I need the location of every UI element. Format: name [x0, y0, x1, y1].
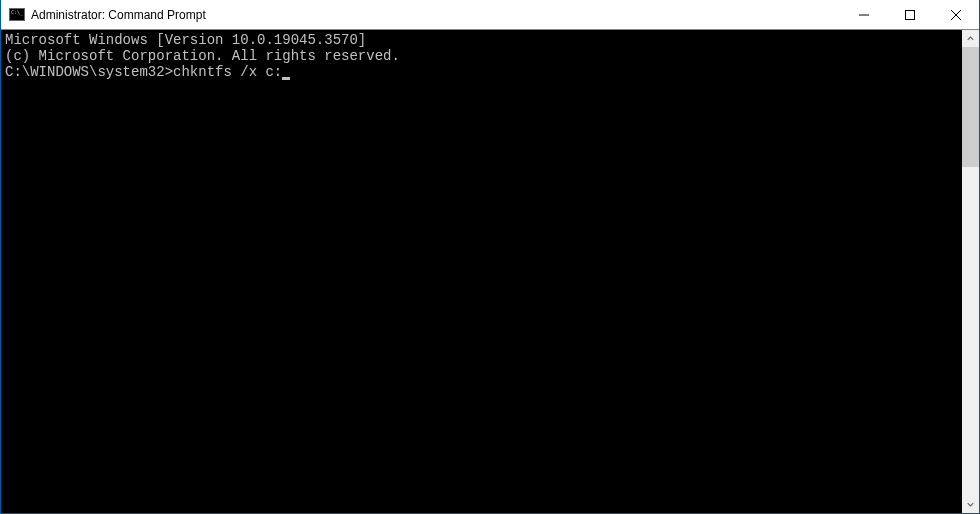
- scroll-thumb[interactable]: [962, 47, 979, 167]
- scroll-track[interactable]: [962, 47, 979, 496]
- output-line: Microsoft Windows [Version 10.0.19045.35…: [5, 32, 958, 48]
- terminal-output[interactable]: Microsoft Windows [Version 10.0.19045.35…: [1, 30, 962, 513]
- vertical-scrollbar[interactable]: [962, 30, 979, 513]
- minimize-icon: [859, 10, 869, 20]
- chevron-down-icon: [967, 501, 974, 508]
- chevron-up-icon: [967, 35, 974, 42]
- close-button[interactable]: [933, 0, 979, 29]
- minimize-button[interactable]: [841, 0, 887, 29]
- content-area: Microsoft Windows [Version 10.0.19045.35…: [1, 30, 979, 513]
- close-icon: [951, 10, 961, 20]
- command-prompt-window: Administrator: Command Prompt Microsoft …: [1, 0, 979, 513]
- window-title: Administrator: Command Prompt: [31, 8, 841, 22]
- maximize-icon: [905, 10, 915, 20]
- prompt: C:\WINDOWS\system32>: [5, 64, 173, 80]
- scroll-up-button[interactable]: [962, 30, 979, 47]
- cmd-icon: [9, 8, 25, 21]
- scroll-down-button[interactable]: [962, 496, 979, 513]
- svg-rect-1: [906, 10, 915, 19]
- titlebar[interactable]: Administrator: Command Prompt: [1, 0, 979, 30]
- command-input[interactable]: chkntfs /x c:: [173, 64, 282, 80]
- output-line: (c) Microsoft Corporation. All rights re…: [5, 48, 958, 64]
- maximize-button[interactable]: [887, 0, 933, 29]
- app-icon: [9, 7, 25, 23]
- cursor: [282, 77, 290, 80]
- window-controls: [841, 0, 979, 29]
- prompt-line: C:\WINDOWS\system32>chkntfs /x c:: [5, 64, 958, 80]
